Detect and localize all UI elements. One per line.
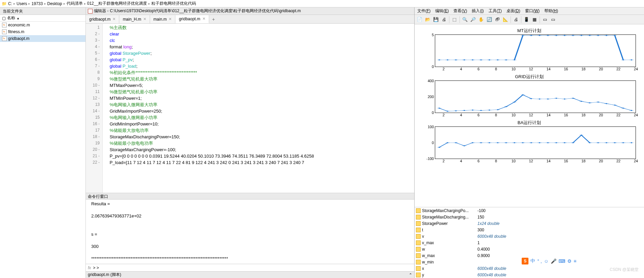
file-item[interactable]: economic.m [0, 22, 85, 28]
x-tick: 20 [599, 159, 603, 163]
toolbar-button[interactable]: ⬚ [451, 16, 458, 23]
file-item[interactable]: gridbaopt.m [0, 35, 85, 42]
panel-title[interactable]: 当前文件夹 [0, 7, 85, 15]
breadcrumb-segment[interactable]: Desktop [47, 1, 62, 6]
chart-title: MT运行计划 [419, 28, 639, 34]
variable-icon [416, 247, 421, 252]
chevron-right-icon: ▸ [148, 2, 150, 5]
address-bar[interactable]: 📁 C: ▸ Users ▸ 19733 ▸ Desktop ▸ 代码清单 ▸ … [0, 0, 644, 7]
figure-menu-bar: 文件(F)编辑(E)查看(V)插入(I)工具(T)桌面(D)窗口(W)帮助(H) [415, 7, 644, 15]
menu-查看[interactable]: 查看(V) [453, 8, 467, 14]
breadcrumb-segment[interactable]: Users [17, 1, 27, 6]
y-tick: 200 [420, 95, 434, 99]
ime-bar[interactable]: S 中 ° , ☺🎤⌨⚙≡ [522, 258, 576, 264]
workspace-variable-row[interactable]: w0.4000 [415, 246, 644, 252]
y-tick: 0 [420, 141, 434, 145]
menu-文件[interactable]: 文件(F) [417, 8, 430, 14]
editor-title-bar: 编辑器 - C:\Users\19733\Desktop\代码清单\012__粒… [86, 7, 414, 15]
x-tick: 16 [564, 67, 568, 71]
file-item[interactable]: fitness.m [0, 28, 85, 35]
close-icon[interactable]: ✕ [202, 17, 205, 21]
menu-桌面[interactable]: 桌面(D) [506, 8, 520, 14]
toolbar-button[interactable]: ▭ [541, 16, 549, 23]
workspace-variable-row[interactable]: x6000x48 double [415, 265, 644, 272]
variable-icon [416, 221, 421, 226]
workspace-variable-row[interactable]: y6000x48 double [415, 272, 644, 278]
toolbar-button[interactable]: ▭ [549, 16, 557, 23]
y-tick: 0 [420, 65, 434, 69]
workspace-variable-row[interactable]: StoragePower1x24 double [415, 220, 644, 227]
x-tick: 6 [477, 113, 479, 117]
toolbar-button[interactable]: ▦ [531, 16, 538, 23]
workspace-variable-row[interactable]: StorageMaxDischarging...150 [415, 214, 644, 220]
x-tick: 16 [564, 159, 568, 163]
close-icon[interactable]: ✕ [143, 17, 146, 21]
chevron-right-icon: ▸ [28, 2, 30, 5]
fx-icon: fx [88, 265, 91, 270]
file-list: economic.mfitness.mgridbaopt.m [0, 22, 85, 150]
toolbar-button[interactable]: 🖨 [512, 16, 520, 23]
expand-icon[interactable]: ⌃ [409, 273, 412, 277]
variable-icon [416, 234, 421, 239]
x-tick: 20 [599, 113, 603, 117]
x-tick: 22 [616, 113, 620, 117]
add-tab-button[interactable]: + [209, 17, 218, 22]
toolbar-button[interactable]: 🔄 [486, 16, 493, 23]
workspace-variable-row[interactable]: t300 [415, 227, 644, 233]
x-tick: 2 [443, 113, 445, 117]
editor-tab-bar: gridbaopt.m✕main_H.m✕main.m✕gridbaopt.m✕… [86, 15, 414, 24]
close-icon[interactable]: ✕ [113, 17, 116, 21]
toolbar-button[interactable]: 🗗 [494, 16, 501, 23]
command-window-title[interactable]: 命令行窗口 [86, 193, 414, 200]
chart: BA运行计划-100010024681012141618202224 [419, 120, 639, 164]
toolbar-button[interactable]: ✋ [477, 16, 485, 23]
sogou-icon[interactable]: S [522, 258, 528, 264]
menu-插入[interactable]: 插入(I) [472, 8, 484, 14]
name-column-header[interactable]: ▢名称▲ [0, 15, 85, 22]
editor-tab[interactable]: gridbaopt.m✕ [175, 15, 209, 23]
x-tick: 10 [512, 113, 516, 117]
toolbar-button[interactable]: 📱 [523, 16, 530, 23]
workspace-variable-row[interactable]: v_max1 [415, 239, 644, 246]
y-tick: 0 [420, 111, 434, 115]
command-window[interactable]: Resulta = 2.067639479363771e+02 s = 300 … [86, 200, 414, 264]
menu-工具[interactable]: 工具(T) [489, 8, 502, 14]
workspace-variable-row[interactable]: v6000x48 double [415, 233, 644, 239]
x-tick: 12 [529, 159, 533, 163]
toolbar-button[interactable]: 🔎 [469, 16, 477, 23]
x-tick: 24 [634, 159, 638, 163]
breadcrumb-segment[interactable]: 012__粒子群微电网经济优化调度 [87, 1, 147, 6]
code-editor[interactable]: 12 -3 -4 -5 -6 -7 -8910 -1112 -1314 -151… [86, 24, 414, 193]
menu-编辑[interactable]: 编辑(E) [435, 8, 449, 14]
x-tick: 8 [495, 159, 497, 163]
editor-tab[interactable]: main_H.m✕ [119, 15, 150, 23]
x-tick: 8 [495, 113, 497, 117]
close-icon[interactable]: ✕ [169, 17, 172, 21]
toolbar-button[interactable]: 💾 [432, 16, 440, 23]
toolbar-button[interactable]: 🖨 [440, 16, 448, 23]
toolbar-button[interactable]: 🔍 [461, 16, 469, 23]
variable-icon [416, 266, 421, 271]
command-prompt[interactable]: fx > > [86, 264, 414, 271]
chart-title: GRID运行计划 [419, 74, 639, 80]
breadcrumb-segment[interactable]: C: [8, 1, 12, 6]
chart: GRID运行计划020040024681012141618202224 [419, 74, 639, 118]
x-tick: 20 [599, 67, 603, 71]
breadcrumb-segment[interactable]: 粒子群电网经济优化代码 [151, 1, 196, 6]
x-tick: 4 [460, 113, 462, 117]
chevron-right-icon: ▸ [44, 2, 46, 5]
menu-帮助[interactable]: 帮助(H) [544, 8, 558, 14]
y-tick: 5 [420, 33, 434, 37]
breadcrumb-segment[interactable]: 代码清单 [67, 1, 83, 6]
menu-窗口[interactable]: 窗口(W) [525, 8, 540, 14]
chevron-right-icon: ▸ [84, 2, 86, 5]
breadcrumb-segment[interactable]: 19733 [31, 1, 43, 6]
toolbar-button[interactable]: 📂 [424, 16, 431, 23]
toolbar-button[interactable]: 📄 [416, 16, 423, 23]
x-tick: 24 [634, 67, 638, 71]
workspace-variable-row[interactable]: StorageMaxChargingPo...-100 [415, 207, 644, 214]
folder-icon[interactable]: 📁 [2, 1, 7, 6]
editor-tab[interactable]: main.m✕ [150, 15, 175, 23]
editor-tab[interactable]: gridbaopt.m✕ [86, 15, 119, 23]
toolbar-button[interactable]: 📐 [502, 16, 509, 23]
